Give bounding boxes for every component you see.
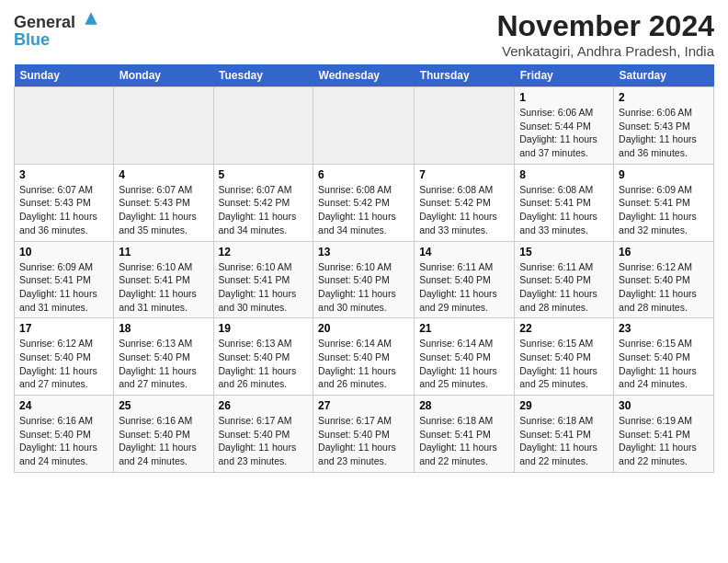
- day-cell: 28Sunrise: 6:18 AM Sunset: 5:41 PM Dayli…: [415, 396, 515, 473]
- day-number: 22: [519, 322, 609, 335]
- day-cell: 23Sunrise: 6:15 AM Sunset: 5:40 PM Dayli…: [614, 318, 714, 396]
- day-cell: 14Sunrise: 6:11 AM Sunset: 5:40 PM Dayli…: [415, 241, 515, 318]
- day-cell: [114, 87, 213, 165]
- day-info: Sunrise: 6:11 AM Sunset: 5:40 PM Dayligh…: [419, 260, 509, 315]
- day-cell: 24Sunrise: 6:16 AM Sunset: 5:40 PM Dayli…: [15, 396, 114, 473]
- day-number: 8: [519, 168, 609, 181]
- weekday-thursday: Thursday: [415, 64, 515, 87]
- day-info: Sunrise: 6:19 AM Sunset: 5:41 PM Dayligh…: [619, 414, 709, 468]
- day-number: 13: [318, 246, 409, 259]
- week-row-3: 10Sunrise: 6:09 AM Sunset: 5:41 PM Dayli…: [15, 241, 714, 318]
- calendar-table: SundayMondayTuesdayWednesdayThursdayFrid…: [14, 64, 714, 473]
- day-info: Sunrise: 6:09 AM Sunset: 5:41 PM Dayligh…: [619, 183, 709, 237]
- day-cell: 18Sunrise: 6:13 AM Sunset: 5:40 PM Dayli…: [114, 318, 213, 396]
- day-cell: 11Sunrise: 6:10 AM Sunset: 5:41 PM Dayli…: [114, 241, 213, 318]
- day-number: 26: [219, 399, 309, 412]
- day-info: Sunrise: 6:08 AM Sunset: 5:42 PM Dayligh…: [318, 183, 409, 237]
- day-info: Sunrise: 6:06 AM Sunset: 5:44 PM Dayligh…: [519, 106, 609, 160]
- day-info: Sunrise: 6:14 AM Sunset: 5:40 PM Dayligh…: [419, 337, 509, 391]
- day-number: 14: [419, 246, 509, 259]
- weekday-saturday: Saturday: [614, 64, 714, 87]
- day-cell: 27Sunrise: 6:17 AM Sunset: 5:40 PM Dayli…: [313, 396, 415, 473]
- day-info: Sunrise: 6:06 AM Sunset: 5:43 PM Dayligh…: [619, 106, 709, 160]
- day-cell: 21Sunrise: 6:14 AM Sunset: 5:40 PM Dayli…: [415, 318, 515, 396]
- weekday-monday: Monday: [114, 64, 213, 87]
- day-cell: [415, 87, 515, 165]
- day-cell: 7Sunrise: 6:08 AM Sunset: 5:42 PM Daylig…: [415, 164, 515, 241]
- day-number: 16: [619, 246, 709, 259]
- weekday-sunday: Sunday: [15, 64, 114, 87]
- logo-blue: Blue: [14, 31, 50, 48]
- day-number: 27: [318, 399, 409, 412]
- day-cell: 5Sunrise: 6:07 AM Sunset: 5:42 PM Daylig…: [213, 164, 313, 241]
- day-number: 20: [318, 322, 409, 335]
- day-info: Sunrise: 6:10 AM Sunset: 5:41 PM Dayligh…: [119, 260, 208, 315]
- day-info: Sunrise: 6:15 AM Sunset: 5:40 PM Dayligh…: [519, 337, 609, 391]
- day-info: Sunrise: 6:18 AM Sunset: 5:41 PM Dayligh…: [519, 414, 609, 468]
- day-cell: 19Sunrise: 6:13 AM Sunset: 5:40 PM Dayli…: [213, 318, 313, 396]
- day-info: Sunrise: 6:13 AM Sunset: 5:40 PM Dayligh…: [219, 337, 309, 391]
- svg-marker-0: [85, 12, 97, 24]
- day-info: Sunrise: 6:08 AM Sunset: 5:41 PM Dayligh…: [519, 183, 609, 237]
- day-number: 11: [119, 246, 208, 259]
- day-cell: [213, 87, 313, 165]
- day-cell: 29Sunrise: 6:18 AM Sunset: 5:41 PM Dayli…: [515, 396, 614, 473]
- title-area: November 2024 Venkatagiri, Andhra Prades…: [496, 9, 714, 59]
- day-cell: 6Sunrise: 6:08 AM Sunset: 5:42 PM Daylig…: [313, 164, 415, 241]
- day-info: Sunrise: 6:15 AM Sunset: 5:40 PM Dayligh…: [619, 337, 709, 391]
- day-number: 5: [219, 168, 309, 181]
- weekday-header: SundayMondayTuesdayWednesdayThursdayFrid…: [15, 64, 714, 87]
- day-info: Sunrise: 6:07 AM Sunset: 5:43 PM Dayligh…: [19, 183, 108, 237]
- day-number: 7: [419, 168, 509, 181]
- day-number: 18: [119, 322, 208, 335]
- weekday-friday: Friday: [515, 64, 614, 87]
- day-cell: [313, 87, 415, 165]
- day-cell: 20Sunrise: 6:14 AM Sunset: 5:40 PM Dayli…: [313, 318, 415, 396]
- logo-icon: [82, 9, 100, 28]
- day-cell: 10Sunrise: 6:09 AM Sunset: 5:41 PM Dayli…: [15, 241, 114, 318]
- day-info: Sunrise: 6:09 AM Sunset: 5:41 PM Dayligh…: [19, 260, 108, 315]
- weekday-wednesday: Wednesday: [313, 64, 415, 87]
- day-info: Sunrise: 6:16 AM Sunset: 5:40 PM Dayligh…: [119, 414, 208, 468]
- day-info: Sunrise: 6:16 AM Sunset: 5:40 PM Dayligh…: [19, 414, 108, 468]
- day-number: 2: [619, 91, 709, 104]
- week-row-4: 17Sunrise: 6:12 AM Sunset: 5:40 PM Dayli…: [15, 318, 714, 396]
- day-number: 28: [419, 399, 509, 412]
- logo-general: General: [14, 13, 75, 31]
- day-number: 17: [19, 322, 108, 335]
- day-cell: 13Sunrise: 6:10 AM Sunset: 5:40 PM Dayli…: [313, 241, 415, 318]
- day-cell: 9Sunrise: 6:09 AM Sunset: 5:41 PM Daylig…: [614, 164, 714, 241]
- week-row-2: 3Sunrise: 6:07 AM Sunset: 5:43 PM Daylig…: [15, 164, 714, 241]
- main-title: November 2024: [496, 9, 714, 43]
- day-cell: 16Sunrise: 6:12 AM Sunset: 5:40 PM Dayli…: [614, 241, 714, 318]
- day-info: Sunrise: 6:11 AM Sunset: 5:40 PM Dayligh…: [519, 260, 609, 315]
- day-number: 15: [519, 246, 609, 259]
- week-row-1: 1Sunrise: 6:06 AM Sunset: 5:44 PM Daylig…: [15, 87, 714, 165]
- day-cell: 1Sunrise: 6:06 AM Sunset: 5:44 PM Daylig…: [515, 87, 614, 165]
- day-number: 12: [219, 246, 309, 259]
- day-cell: 25Sunrise: 6:16 AM Sunset: 5:40 PM Dayli…: [114, 396, 213, 473]
- day-info: Sunrise: 6:14 AM Sunset: 5:40 PM Dayligh…: [318, 337, 409, 391]
- header: General Blue November 2024 Venkatagiri, …: [14, 9, 714, 59]
- day-cell: 26Sunrise: 6:17 AM Sunset: 5:40 PM Dayli…: [213, 396, 313, 473]
- day-number: 21: [419, 322, 509, 335]
- day-cell: 12Sunrise: 6:10 AM Sunset: 5:41 PM Dayli…: [213, 241, 313, 318]
- day-number: 6: [318, 168, 409, 181]
- weekday-tuesday: Tuesday: [213, 64, 313, 87]
- day-number: 4: [119, 168, 208, 181]
- logo: General Blue: [14, 9, 100, 48]
- day-number: 19: [219, 322, 309, 335]
- day-cell: 30Sunrise: 6:19 AM Sunset: 5:41 PM Dayli…: [614, 396, 714, 473]
- day-number: 3: [19, 168, 108, 181]
- day-info: Sunrise: 6:07 AM Sunset: 5:42 PM Dayligh…: [219, 183, 309, 237]
- day-number: 25: [119, 399, 208, 412]
- day-cell: 8Sunrise: 6:08 AM Sunset: 5:41 PM Daylig…: [515, 164, 614, 241]
- day-info: Sunrise: 6:17 AM Sunset: 5:40 PM Dayligh…: [219, 414, 309, 468]
- day-number: 10: [19, 246, 108, 259]
- day-number: 9: [619, 168, 709, 181]
- day-info: Sunrise: 6:18 AM Sunset: 5:41 PM Dayligh…: [419, 414, 509, 468]
- day-cell: 4Sunrise: 6:07 AM Sunset: 5:43 PM Daylig…: [114, 164, 213, 241]
- subtitle: Venkatagiri, Andhra Pradesh, India: [496, 43, 714, 59]
- day-info: Sunrise: 6:13 AM Sunset: 5:40 PM Dayligh…: [119, 337, 208, 391]
- day-info: Sunrise: 6:12 AM Sunset: 5:40 PM Dayligh…: [619, 260, 709, 315]
